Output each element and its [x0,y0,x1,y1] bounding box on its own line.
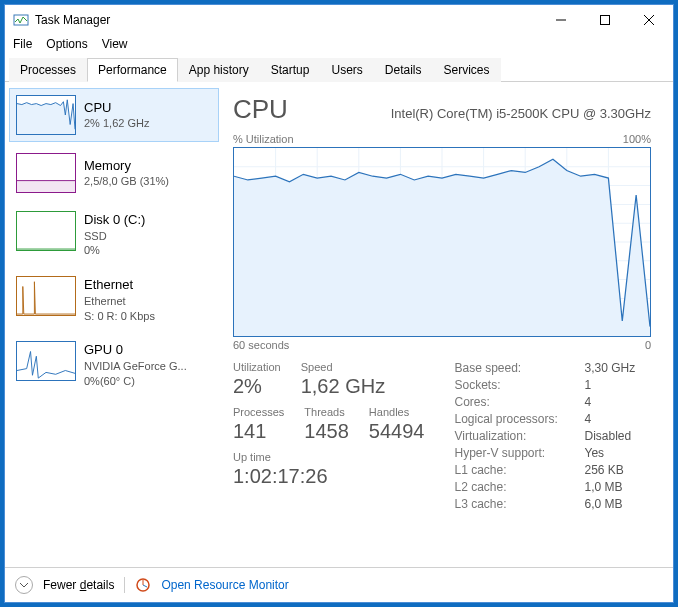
chart-ylabel: % Utilization [233,133,294,145]
stat-speed: 1,62 GHz [301,375,385,398]
svg-rect-2 [601,16,610,25]
cpu-model: Intel(R) Core(TM) i5-2500K CPU @ 3.30GHz [391,106,651,121]
chart-ymax: 100% [623,133,651,145]
memory-thumbnail [16,153,76,193]
menu-view[interactable]: View [102,37,128,51]
svg-line-30 [143,585,147,587]
cpu-thumbnail [16,95,76,135]
task-manager-window: Task Manager File Options View Processes… [4,4,674,603]
chart-xmin: 0 [645,339,651,351]
stat-row: Base speed:3,30 GHz [454,361,651,375]
tabstrip: Processes Performance App history Startu… [5,57,673,82]
window-title: Task Manager [35,13,539,27]
tab-startup[interactable]: Startup [260,58,321,82]
close-button[interactable] [627,5,671,35]
open-resource-monitor-link[interactable]: Open Resource Monitor [161,578,288,592]
tab-users[interactable]: Users [320,58,373,82]
stat-row: Logical processors:4 [454,412,651,426]
app-icon [13,12,29,28]
stat-threads: 1458 [304,420,349,443]
tab-details[interactable]: Details [374,58,433,82]
sidebar-item-cpu[interactable]: CPU 2% 1,62 GHz [9,88,219,142]
tab-processes[interactable]: Processes [9,58,87,82]
sidebar-item-label: Disk 0 (C:) [84,211,145,229]
titlebar[interactable]: Task Manager [5,5,673,35]
stat-row: L3 cache:6,0 MB [454,497,651,511]
chevron-down-icon[interactable] [15,576,33,594]
sidebar-item-label: Memory [84,157,169,175]
sidebar-item-memory[interactable]: Memory 2,5/8,0 GB (31%) [9,146,219,200]
sidebar-item-label: Ethernet [84,276,155,294]
svg-marker-27 [234,159,650,336]
sidebar-item-ethernet[interactable]: Ethernet Ethernet S: 0 R: 0 Kbps [9,269,219,330]
stat-uptime: 1:02:17:26 [233,465,424,488]
main-panel: CPU Intel(R) Core(TM) i5-2500K CPU @ 3.3… [223,82,673,567]
sidebar-item-gpu[interactable]: GPU 0 NVIDIA GeForce G... 0%(60° C) [9,334,219,395]
stat-row: L2 cache:1,0 MB [454,480,651,494]
svg-rect-6 [17,181,75,192]
tab-performance[interactable]: Performance [87,58,178,82]
stat-row: Sockets:1 [454,378,651,392]
stats-right: Base speed:3,30 GHzSockets:1Cores:4Logic… [454,361,651,511]
stat-row: Virtualization:Disabled [454,429,651,443]
stat-row: Cores:4 [454,395,651,409]
sidebar-item-label: CPU [84,99,149,117]
gpu-thumbnail [16,341,76,381]
footer: Fewer details Open Resource Monitor [5,567,673,602]
ethernet-thumbnail [16,276,76,316]
sidebar: CPU 2% 1,62 GHz Memory 2,5/8,0 GB (31%) [5,82,223,567]
tab-app-history[interactable]: App history [178,58,260,82]
stat-handles: 54494 [369,420,425,443]
minimize-button[interactable] [539,5,583,35]
stat-row: L1 cache:256 KB [454,463,651,477]
resource-monitor-icon [135,577,151,593]
menu-options[interactable]: Options [46,37,87,51]
stats-left: Utilization2% Speed1,62 GHz Processes141… [233,361,424,511]
fewer-details-link[interactable]: Fewer details [43,578,114,592]
stat-utilization: 2% [233,375,281,398]
sidebar-item-disk[interactable]: Disk 0 (C:) SSD 0% [9,204,219,265]
chart-xmax: 60 seconds [233,339,289,351]
menu-file[interactable]: File [13,37,32,51]
cpu-utilization-chart[interactable] [233,147,651,337]
disk-thumbnail [16,211,76,251]
page-title: CPU [233,94,288,125]
menubar: File Options View [5,35,673,57]
content: CPU 2% 1,62 GHz Memory 2,5/8,0 GB (31%) [5,82,673,567]
tab-services[interactable]: Services [433,58,501,82]
maximize-button[interactable] [583,5,627,35]
stat-row: Hyper-V support:Yes [454,446,651,460]
sidebar-item-label: GPU 0 [84,341,187,359]
stat-processes: 141 [233,420,284,443]
